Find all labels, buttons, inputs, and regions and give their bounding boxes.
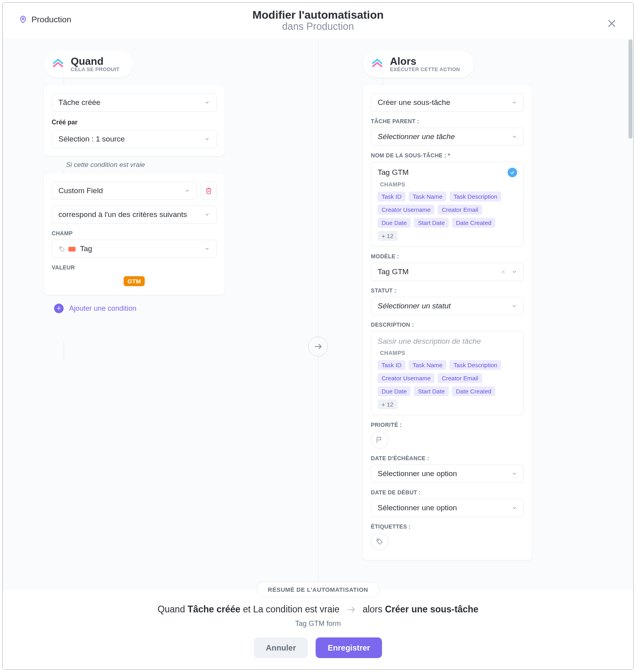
status-label: STATUT : (371, 287, 524, 294)
breadcrumb-label: Production (31, 15, 71, 24)
champ-value: Tag (80, 244, 92, 253)
summary-line: Quand Tâche créée et La condition est vr… (3, 604, 633, 615)
connector-line (64, 341, 64, 360)
svg-point-4 (60, 247, 61, 248)
chevron-down-icon (512, 471, 517, 476)
description-input[interactable]: Saisir une description de tâche CHAMPS T… (371, 331, 524, 415)
summary-pill: RÉSUMÉ DE L'AUTOMATISATION (256, 582, 380, 597)
location-icon (19, 15, 27, 24)
clear-icon[interactable] (500, 269, 506, 275)
then-title: Alors (390, 56, 460, 66)
status-select[interactable]: Sélectionner un statut (371, 297, 524, 315)
cancel-button[interactable]: Annuler (254, 637, 308, 658)
automation-name: Tag GTM form (3, 620, 633, 628)
field-chip-more[interactable]: + 12 (378, 399, 398, 409)
action-card: Créer une sous-tâche TÂCHE PARENT : Séle… (363, 85, 532, 560)
start-date-select[interactable]: Sélectionner une option (371, 499, 524, 517)
description-placeholder: Saisir une description de tâche (378, 337, 517, 346)
svg-point-7 (378, 540, 378, 540)
trigger-value: Tâche créée (58, 98, 101, 107)
field-chip-more[interactable]: + 12 (378, 231, 398, 241)
tag-icon (58, 246, 66, 253)
svg-point-0 (22, 18, 24, 20)
model-label: MODÈLE : (371, 253, 524, 260)
summary-when-bold: Tâche créée (188, 604, 240, 614)
condition-operator-value: correspond à l'un des critères suivants (58, 210, 187, 219)
valeur-label: VALEUR (52, 264, 217, 271)
summary-cond-text: et La condition est vraie (243, 604, 339, 614)
chevron-down-icon (204, 212, 210, 217)
champ-value-wrap: Tag (58, 244, 92, 253)
start-date-placeholder: Sélectionner une option (378, 504, 457, 512)
arrow-right-icon (346, 604, 356, 615)
chevron-down-icon (184, 188, 190, 194)
save-button[interactable]: Enregistrer (316, 637, 382, 658)
summary-when-word: Quand (157, 604, 185, 614)
field-chip[interactable]: Task Description (450, 360, 501, 370)
champs-label: CHAMPS (380, 350, 517, 356)
description-label: DESCRIPTION : (371, 321, 524, 328)
parent-task-label: TÂCHE PARENT : (371, 118, 524, 124)
modal-subtitle: dans Production (252, 21, 384, 32)
tags-label: ÉTIQUETTES : (371, 523, 524, 530)
flag-icon (376, 436, 384, 444)
valeur-tag-badge: GTM (124, 276, 145, 286)
field-chip[interactable]: Creator Email (438, 373, 482, 383)
due-date-placeholder: Sélectionner une option (378, 469, 457, 478)
field-chip[interactable]: Start Date (414, 386, 449, 396)
close-icon[interactable] (606, 18, 617, 29)
priority-button[interactable] (371, 431, 388, 449)
field-chip[interactable]: Task Name (409, 192, 446, 201)
field-chip[interactable]: Due Date (378, 218, 411, 228)
field-chip[interactable]: Date Created (452, 386, 495, 396)
condition-card: Custom Field correspond à l'un des critè… (44, 174, 225, 295)
champs-label: CHAMPS (380, 181, 517, 188)
field-chip[interactable]: Task ID (378, 360, 405, 370)
created-by-label: Créé par (52, 119, 217, 126)
status-placeholder: Sélectionner un statut (378, 302, 451, 310)
then-header: Alors EXÉCUTER CETTE ACTION (363, 50, 474, 77)
condition-operator-select[interactable]: correspond à l'un des critères suivants (52, 205, 217, 224)
add-condition-label: Ajouter une condition (69, 304, 136, 313)
chevron-down-icon (512, 269, 517, 275)
field-chip[interactable]: Creator Email (438, 205, 482, 215)
check-icon (508, 168, 517, 177)
created-by-select[interactable]: Sélection : 1 source (52, 130, 217, 148)
condition-hint: Si cette condition est vraie (66, 161, 225, 169)
field-chip[interactable]: Creator Username (378, 205, 434, 215)
action-value: Créer une sous-tâche (378, 98, 450, 107)
trigger-card: Tâche créée Créé par Sélection : 1 sourc… (44, 85, 225, 156)
parent-task-select[interactable]: Sélectionner une tâche (371, 128, 524, 146)
model-select[interactable]: Tag GTM (371, 263, 524, 281)
parent-task-placeholder: Sélectionner une tâche (378, 132, 455, 141)
field-chip[interactable]: Due Date (378, 386, 411, 396)
subtask-name-label: NOM DE LA SOUS-TÂCHE : * (371, 152, 524, 159)
chevron-down-icon (512, 134, 517, 139)
field-chip[interactable]: Task ID (378, 192, 405, 201)
field-chip[interactable]: Date Created (452, 218, 495, 228)
field-chip[interactable]: Start Date (414, 218, 449, 228)
subtask-name-input[interactable]: Tag GTM CHAMPS Task IDTask NameTask Desc… (371, 162, 524, 247)
field-chips-group: Task IDTask NameTask DescriptionCreator … (378, 360, 517, 409)
when-title: Quand (71, 56, 119, 66)
field-chip[interactable]: Task Description (450, 192, 501, 201)
modal-footer: RÉSUMÉ DE L'AUTOMATISATION Quand Tâche c… (3, 591, 633, 669)
chevron-down-icon (512, 100, 517, 105)
condition-field-select[interactable]: Custom Field (52, 182, 197, 200)
summary-then-word: alors (363, 604, 382, 614)
scrollbar[interactable] (628, 39, 632, 139)
delete-condition-button[interactable] (201, 182, 217, 200)
champ-select[interactable]: Tag (52, 240, 217, 258)
breadcrumb[interactable]: Production (19, 15, 71, 24)
condition-field-value: Custom Field (58, 186, 103, 195)
trigger-select[interactable]: Tâche créée (52, 93, 217, 112)
action-select[interactable]: Créer une sous-tâche (371, 93, 524, 112)
add-tag-button[interactable] (371, 533, 388, 550)
clickup-logo-icon (371, 58, 384, 70)
field-chip[interactable]: Task Name (409, 360, 446, 370)
due-date-select[interactable]: Sélectionner une option (371, 465, 524, 483)
modal-title: Modifier l'automatisation (252, 9, 384, 21)
valeur-field[interactable]: GTM (52, 274, 217, 287)
field-chip[interactable]: Creator Username (378, 373, 434, 383)
add-condition-button[interactable]: + Ajouter une condition (54, 304, 225, 313)
